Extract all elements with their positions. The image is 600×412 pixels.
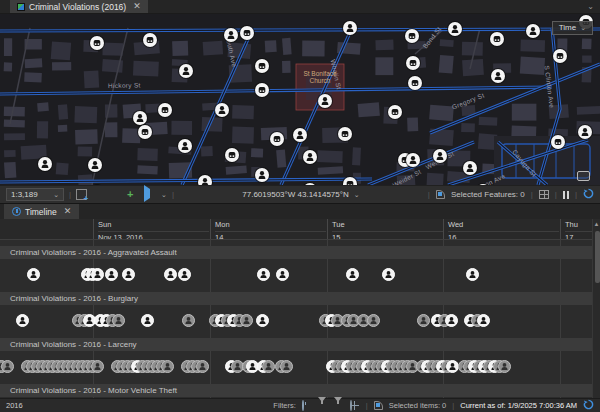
person-incident-marker[interactable]: [38, 157, 52, 171]
navigate-icon[interactable]: [144, 185, 150, 202]
timeline-date-header[interactable]: SunNov 13, 2016Mon14Tue15Wed16Thu17: [0, 219, 600, 240]
person-incident-marker[interactable]: [224, 28, 238, 42]
refresh-icon[interactable]: [583, 399, 594, 412]
person-incident-marker[interactable]: [463, 161, 477, 175]
timeline-event-marker[interactable]: [382, 268, 395, 281]
timeline-event-marker[interactable]: [466, 268, 479, 281]
vehicle-incident-marker[interactable]: [225, 148, 239, 162]
person-incident-marker[interactable]: [578, 125, 592, 139]
vehicle-incident-marker[interactable]: [143, 33, 157, 47]
scrollbar-thumb[interactable]: [595, 231, 600, 283]
timeline-event-marker[interactable]: [27, 268, 40, 281]
vehicle-incident-marker[interactable]: [490, 32, 504, 46]
vehicle-incident-marker[interactable]: [138, 125, 152, 139]
timeline-row-header[interactable]: Criminal Violations - 2016 - Aggravated …: [0, 246, 600, 259]
timeline-event-marker[interactable]: [445, 314, 458, 327]
timeline-day-column[interactable]: Tue15: [327, 219, 443, 240]
timeline-event-marker[interactable]: [240, 314, 253, 327]
timeline-event-marker[interactable]: [16, 314, 29, 327]
timeline-event-marker[interactable]: [417, 314, 430, 327]
timeline-row-header[interactable]: Criminal Violations - 2016 - Burglary: [0, 292, 600, 305]
filter-icon[interactable]: [334, 397, 342, 411]
timeline-event-marker[interactable]: [367, 314, 380, 327]
tab-timeline[interactable]: Timeline ✕: [4, 204, 79, 219]
globe-icon[interactable]: [350, 400, 352, 411]
timeline-event-marker[interactable]: [196, 360, 209, 373]
person-incident-marker[interactable]: [178, 139, 192, 153]
timeline-event-marker[interactable]: [276, 268, 289, 281]
timeline-event-marker[interactable]: [346, 268, 359, 281]
vehicle-incident-marker[interactable]: [270, 132, 284, 146]
vehicle-incident-marker[interactable]: [388, 105, 402, 119]
map-view[interactable]: Hickory StSouth AveWhalin StGregory StBo…: [0, 14, 600, 185]
scroll-up-icon[interactable]: ▲: [593, 219, 600, 229]
timeline-event-marker[interactable]: [112, 314, 125, 327]
person-incident-marker[interactable]: [318, 94, 332, 108]
timeline-event-marker[interactable]: [105, 268, 118, 281]
person-incident-marker[interactable]: [406, 153, 420, 167]
refresh-icon[interactable]: [583, 188, 594, 201]
vehicle-incident-marker[interactable]: [551, 135, 565, 149]
vehicle-incident-marker[interactable]: [405, 29, 419, 43]
pause-drawing-icon[interactable]: [563, 191, 569, 199]
add-data-icon[interactable]: +: [127, 189, 138, 200]
person-incident-marker[interactable]: [215, 103, 229, 117]
timeline-event-marker[interactable]: [1, 360, 14, 373]
person-incident-marker[interactable]: [255, 168, 269, 182]
timeline-event-marker[interactable]: [122, 268, 135, 281]
chevron-down-icon[interactable]: ⌄: [587, 2, 594, 11]
timeline-event-marker[interactable]: [141, 314, 154, 327]
vehicle-incident-marker[interactable]: [553, 49, 567, 63]
person-incident-marker[interactable]: [133, 111, 147, 125]
timeline-row-header[interactable]: Criminal Violations - 2016 - Larceny: [0, 338, 600, 351]
timeline-event-marker[interactable]: [446, 360, 459, 373]
timeline-event-marker[interactable]: [178, 268, 191, 281]
filter-time-icon[interactable]: [318, 397, 326, 411]
vehicle-incident-marker[interactable]: [408, 76, 422, 90]
timeline-row-header[interactable]: Criminal Violations - 2016 - Motor Vehic…: [0, 384, 600, 397]
timeline-day-column[interactable]: Mon14: [210, 219, 326, 240]
timeline-event-marker[interactable]: [161, 360, 174, 373]
timeline-event-marker[interactable]: [182, 314, 195, 327]
timeline-event-marker[interactable]: [257, 268, 270, 281]
close-icon[interactable]: ✕: [64, 207, 72, 216]
person-incident-marker[interactable]: [526, 24, 540, 38]
vehicle-incident-marker[interactable]: [343, 177, 357, 185]
time-filter-clock-icon[interactable]: [302, 400, 304, 411]
person-incident-marker[interactable]: [433, 149, 447, 163]
person-incident-marker[interactable]: [448, 22, 462, 36]
overview-extent-icon[interactable]: [577, 171, 590, 181]
timeline-event-marker[interactable]: [164, 268, 177, 281]
vehicle-incident-marker[interactable]: [338, 127, 352, 141]
tab-criminal-violations-map[interactable]: Criminal Violations (2016) ✕: [10, 0, 148, 13]
timeline-event-marker[interactable]: [256, 314, 269, 327]
time-button[interactable]: Time ⌄: [552, 21, 593, 35]
coordinates-readout[interactable]: 77.6019503°W 43.1414575°N ⌄: [242, 190, 359, 199]
person-incident-marker[interactable]: [293, 128, 307, 142]
vehicle-incident-marker[interactable]: [406, 56, 420, 70]
attribute-table-icon[interactable]: [539, 190, 549, 199]
timeline-scrollbar[interactable]: ▲: [592, 219, 600, 398]
timeline-tracks[interactable]: Criminal Violations - 2016 - Aggravated …: [0, 240, 600, 398]
person-incident-marker[interactable]: [491, 69, 505, 83]
person-incident-marker[interactable]: [198, 175, 212, 185]
timeline-event-marker[interactable]: [477, 314, 490, 327]
person-incident-marker[interactable]: [303, 150, 317, 164]
timeline-event-marker[interactable]: [498, 360, 511, 373]
timeline-day-column[interactable]: Wed16: [443, 219, 559, 240]
person-incident-marker[interactable]: [179, 64, 193, 78]
timeline-event-marker[interactable]: [262, 360, 275, 373]
chevron-down-icon[interactable]: ⌄: [161, 191, 167, 199]
close-icon[interactable]: ✕: [133, 2, 141, 11]
timeline-day-column[interactable]: SunNov 13, 2016: [93, 219, 209, 240]
add-feature-icon[interactable]: [76, 189, 87, 200]
vehicle-incident-marker[interactable]: [255, 83, 269, 97]
timeline-event-marker[interactable]: [91, 360, 104, 373]
vehicle-incident-marker[interactable]: [158, 103, 172, 117]
scale-select[interactable]: 1:3,189 ⌄: [6, 188, 64, 201]
vehicle-incident-marker[interactable]: [240, 26, 254, 40]
vehicle-incident-marker[interactable]: [90, 36, 104, 50]
person-incident-marker[interactable]: [343, 21, 357, 35]
vehicle-incident-marker[interactable]: [255, 59, 269, 73]
timeline-event-marker[interactable]: [280, 360, 293, 373]
